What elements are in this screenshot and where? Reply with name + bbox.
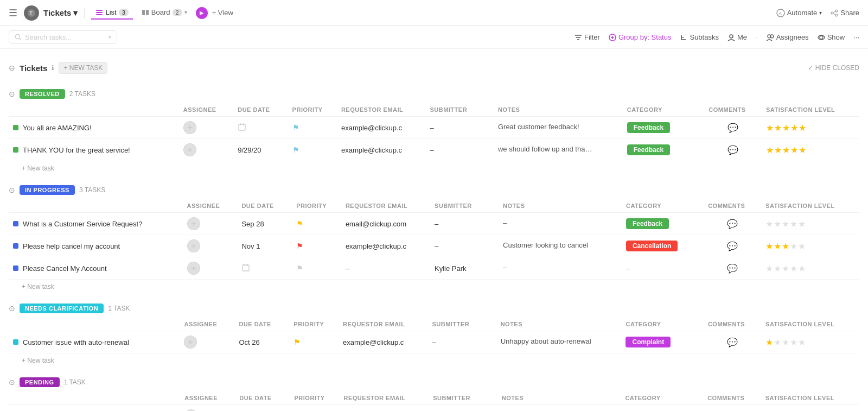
task-name[interactable]: Please help cancel my account: [23, 242, 120, 250]
calendar-icon[interactable]: [241, 263, 250, 272]
task-name-cell[interactable]: Please help cancel my account: [9, 235, 183, 257]
star-filled: ★: [782, 241, 789, 251]
star-filled: ★: [766, 145, 774, 155]
share-button[interactable]: Share: [831, 9, 859, 17]
task-name-cell[interactable]: THANK YOU for the great service!: [9, 139, 179, 161]
assignee-avatar[interactable]: [183, 121, 196, 134]
tab-board[interactable]: Board 2 ▾: [137, 6, 192, 20]
priority-flag: ⚑: [293, 338, 301, 346]
task-name-cell[interactable]: You all are AMAZING!: [9, 117, 179, 139]
assignee-avatar[interactable]: [187, 217, 200, 230]
comment-icon[interactable]: 💬: [727, 242, 738, 251]
due-date-cell: Sep 28: [237, 213, 292, 235]
table-row: What is a Customer Service Request? Sep …: [9, 213, 859, 235]
comments-cell[interactable]: 💬: [704, 331, 761, 353]
add-assignee-icon: [187, 339, 194, 345]
submitter-cell: –: [430, 235, 499, 257]
comments-cell[interactable]: 💬: [704, 257, 761, 280]
category-badge[interactable]: Feedback: [627, 144, 670, 155]
tab-list[interactable]: List 3: [91, 6, 132, 20]
add-assignee-icon: [190, 220, 197, 227]
tickets-toggle-icon[interactable]: ⊖: [9, 64, 15, 72]
category-badge[interactable]: Complaint: [626, 337, 671, 347]
notes-cell: –: [497, 405, 621, 412]
comments-cell[interactable]: 💬: [704, 213, 761, 235]
nc-new-task[interactable]: + New task: [9, 353, 859, 369]
group-by-button[interactable]: Group by: Status: [609, 33, 672, 41]
requestor-email: –: [346, 264, 349, 273]
task-name-cell[interactable]: I think clicking this button does this…: [9, 405, 180, 412]
show-icon: [818, 34, 825, 41]
filter-button[interactable]: Filter: [575, 33, 600, 41]
task-name-cell[interactable]: Please Cancel My Account: [9, 257, 183, 280]
comment-icon[interactable]: 💬: [727, 146, 738, 155]
star-filled: ★: [790, 145, 798, 155]
assignee-avatar[interactable]: [184, 336, 197, 349]
task-name[interactable]: THANK YOU for the great service!: [23, 146, 130, 154]
comment-icon[interactable]: 💬: [727, 264, 738, 273]
group-toggle-pending[interactable]: ⊙: [9, 378, 15, 387]
assignee-avatar[interactable]: [183, 143, 196, 156]
task-color-dot: [13, 125, 18, 130]
category-badge[interactable]: Feedback: [627, 122, 670, 133]
assignees-button[interactable]: Assignees: [767, 33, 809, 41]
search-input[interactable]: Search tasks... ▾: [9, 30, 117, 44]
group-toggle-resolved[interactable]: ⊙: [9, 90, 15, 98]
col-header-comments: COMMENTS: [704, 103, 762, 117]
comments-cell[interactable]: 💬: [704, 235, 761, 257]
star-filled: ★: [774, 241, 781, 251]
automate-button[interactable]: A Automate ▾: [776, 9, 822, 17]
group-toggle-nc[interactable]: ⊙: [9, 304, 15, 313]
col-header-satisfaction-ip: SATISFACTION LEVEL: [761, 199, 859, 213]
comment-icon[interactable]: 💬: [727, 219, 738, 229]
comment-icon[interactable]: 💬: [727, 123, 738, 132]
col-header-satisfaction-nc: SATISFACTION LEVEL: [761, 318, 859, 331]
comments-cell[interactable]: 💬: [704, 139, 762, 161]
task-color-dot: [13, 221, 18, 226]
task-name-cell[interactable]: Customer issue with auto-renewal: [9, 331, 180, 353]
comment-icon[interactable]: 💬: [727, 338, 738, 347]
category-badge[interactable]: Feedback: [626, 218, 669, 229]
task-name-cell[interactable]: What is a Customer Service Request?: [9, 213, 183, 235]
more-options-button[interactable]: ···: [853, 33, 859, 41]
comments-cell[interactable]: 💬: [703, 405, 761, 412]
task-name[interactable]: Customer issue with auto-renewal: [23, 338, 129, 346]
task-name[interactable]: What is a Customer Service Request?: [23, 220, 142, 228]
comments-cell[interactable]: 💬: [704, 117, 762, 139]
group-toggle-in-progress[interactable]: ⊙: [9, 186, 15, 194]
project-title[interactable]: Tickets ▾: [43, 8, 78, 18]
in-progress-new-task[interactable]: + New task: [9, 280, 859, 295]
task-name[interactable]: You all are AMAZING!: [23, 124, 92, 132]
play-icon[interactable]: ▶: [196, 7, 208, 19]
assignee-avatar[interactable]: [187, 262, 200, 275]
me-button[interactable]: Me: [727, 33, 747, 41]
nav-right: A Automate ▾ Share: [776, 9, 859, 17]
due-date[interactable]: Oct 26: [239, 338, 259, 346]
share-icon: [831, 9, 838, 17]
col-header-comments-nc: COMMENTS: [704, 318, 761, 331]
assignee-avatar[interactable]: [187, 239, 200, 252]
priority-flag: ⚑: [292, 146, 299, 154]
star-filled: ★: [765, 241, 773, 251]
svg-rect-30: [239, 124, 245, 130]
due-date[interactable]: Sep 28: [241, 220, 264, 228]
nc-table: ASSIGNEE DUE DATE PRIORITY REQUESTOR EMA…: [9, 318, 859, 353]
star-empty: ★: [782, 263, 789, 274]
info-icon[interactable]: ℹ: [52, 64, 54, 72]
category-badge[interactable]: Cancellation: [626, 241, 678, 251]
new-task-header-button[interactable]: + NEW TASK: [59, 62, 107, 74]
calendar-icon[interactable]: [238, 123, 246, 131]
subtasks-button[interactable]: Subtasks: [680, 33, 718, 41]
satisfaction-stars: ★★★★★: [765, 241, 855, 251]
show-button[interactable]: Show: [818, 33, 845, 41]
task-name[interactable]: Please Cancel My Account: [23, 264, 107, 273]
due-date[interactable]: 9/29/20: [238, 146, 261, 154]
resolved-new-task[interactable]: + New task: [9, 161, 859, 176]
menu-icon[interactable]: ☰: [9, 7, 17, 19]
table-row: Customer issue with auto-renewal Oct 26 …: [9, 331, 859, 353]
notes-value: –: [503, 263, 507, 271]
due-date[interactable]: Nov 1: [241, 242, 260, 250]
add-view-button[interactable]: + View: [212, 9, 233, 17]
hide-closed-button[interactable]: ✓ HIDE CLOSED: [808, 64, 859, 72]
col-header-satisfaction: SATISFACTION LEVEL: [762, 103, 859, 117]
